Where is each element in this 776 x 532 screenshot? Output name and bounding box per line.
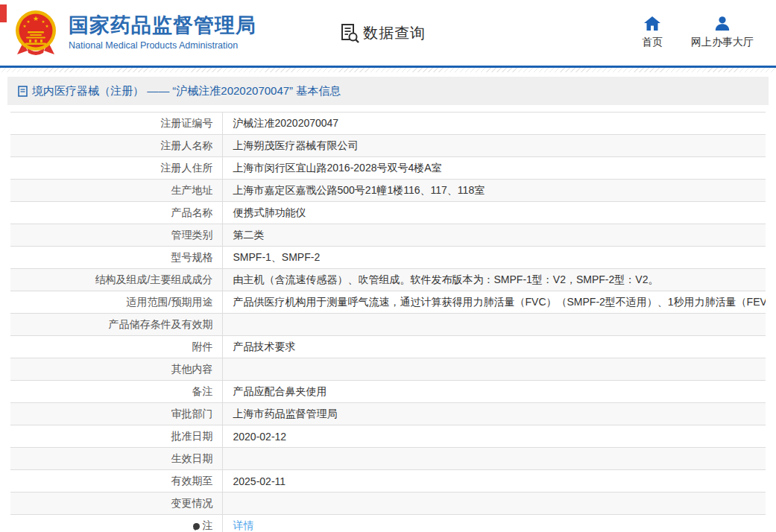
- table-row: 附件产品技术要求: [10, 336, 766, 358]
- table-row: 审批部门上海市药品监督管理局: [10, 403, 766, 425]
- nav-item-label: 首页: [642, 36, 663, 49]
- field-value: 上海市闵行区宜山路2016-2028号双号4楼A室: [222, 157, 766, 180]
- field-label: 产品储存条件及有效期: [10, 314, 222, 336]
- detail-link[interactable]: 详情: [233, 519, 254, 531]
- field-label: 注册人住所: [10, 157, 222, 180]
- field-value: 产品供医疗机构用于测量呼气流速，通过计算获得用力肺活量（FVC）（SMPF-2型…: [222, 291, 766, 314]
- table-row: 结构及组成/主要组成成分由主机（含流速传感器）、吹管组成。软件发布版本为：SMP…: [10, 269, 766, 291]
- agency-name-cn: 国家药品监督管理局: [69, 15, 256, 37]
- agency-name-en: National Medical Products Administration: [69, 40, 256, 51]
- table-row: 生效日期: [10, 448, 766, 470]
- field-label: 注册人名称: [10, 135, 222, 157]
- table-row: 管理类别第二类: [10, 224, 766, 247]
- field-label: 结构及组成/主要组成成分: [10, 269, 222, 291]
- field-label: 注册证编号: [10, 113, 222, 135]
- field-value: 第二类: [222, 224, 766, 247]
- field-label: 附件: [10, 336, 222, 358]
- national-emblem-logo: ★ ★ ★ ★ ★: [13, 8, 58, 59]
- field-value: 产品技术要求: [222, 336, 766, 358]
- table-row: 备注产品应配合鼻夹使用: [10, 381, 766, 403]
- field-label: 生效日期: [10, 448, 222, 470]
- svg-text:★: ★: [27, 19, 31, 24]
- header-nav: 首页 网上办事大厅: [642, 16, 754, 49]
- field-value: 便携式肺功能仪: [222, 202, 766, 224]
- site-header: ★ ★ ★ ★ ★ 国家药品监督管理局 National Medical Pro…: [0, 0, 776, 66]
- svg-text:★: ★: [33, 15, 39, 22]
- table-row: 产品名称便携式肺功能仪: [10, 202, 766, 224]
- field-label: 其他内容: [10, 358, 222, 381]
- red-corner-fragment: [0, 4, 7, 22]
- svg-text:★: ★: [45, 24, 49, 28]
- nav-item-home[interactable]: 首页: [642, 16, 663, 49]
- person-icon: [714, 16, 731, 31]
- field-value: 沪械注准20202070047: [222, 113, 766, 135]
- field-value: 上海市嘉定区嘉戬公路500号21幢1楼116、117、118室: [222, 180, 766, 202]
- nav-item-service-hall[interactable]: 网上办事大厅: [691, 16, 754, 49]
- table-row: 变更情况: [10, 493, 766, 515]
- table-row: 生产地址上海市嘉定区嘉戬公路500号21幢1楼116、117、118室: [10, 180, 766, 202]
- page-title: 境内医疗器械（注册） —— “沪械注准20202070047” 基本信息: [32, 84, 341, 98]
- field-label: 适用范围/预期用途: [10, 291, 222, 314]
- balloon-icon: [193, 523, 200, 530]
- table-row: 注册人名称上海朔茂医疗器械有限公司: [10, 135, 766, 157]
- field-value: 产品应配合鼻夹使用: [222, 381, 766, 403]
- table-row: 适用范围/预期用途产品供医疗机构用于测量呼气流速，通过计算获得用力肺活量（FVC…: [10, 291, 766, 314]
- table-row: 型号规格SMPF-1、SMPF-2: [10, 247, 766, 269]
- page-title-bar: 境内医疗器械（注册） —— “沪械注准20202070047” 基本信息: [7, 77, 769, 105]
- info-table-body: 注册证编号沪械注准20202070047注册人名称上海朔茂医疗器械有限公司注册人…: [10, 113, 766, 532]
- nav-item-label: 网上办事大厅: [691, 36, 754, 49]
- field-value: [222, 314, 766, 336]
- field-value: [222, 448, 766, 470]
- field-label: 管理类别: [10, 224, 222, 247]
- field-value: SMPF-1、SMPF-2: [222, 247, 766, 269]
- table-row: 注册证编号沪械注准20202070047: [10, 113, 766, 135]
- table-row: 批准日期2020-02-12: [10, 425, 766, 448]
- field-value: 2025-02-11: [222, 470, 766, 493]
- field-label: 批准日期: [10, 425, 222, 448]
- field-value: 上海市药品监督管理局: [222, 403, 766, 425]
- field-label: 变更情况: [10, 493, 222, 515]
- data-query-label: 数据查询: [363, 23, 426, 43]
- field-value: 2020-02-12: [222, 425, 766, 448]
- table-row: 产品储存条件及有效期: [10, 314, 766, 336]
- table-row: 其他内容: [10, 358, 766, 381]
- document-icon: [18, 86, 28, 97]
- registration-info-table: 注册证编号沪械注准20202070047注册人名称上海朔茂医疗器械有限公司注册人…: [10, 112, 766, 532]
- field-value: [222, 493, 766, 515]
- hatch-decorative-strip: [0, 68, 776, 72]
- agency-title-block: 国家药品监督管理局 National Medical Products Admi…: [69, 15, 256, 51]
- field-label: 注: [10, 515, 222, 532]
- svg-text:★: ★: [23, 24, 27, 28]
- field-label: 生产地址: [10, 180, 222, 202]
- document-search-icon: [340, 22, 360, 44]
- field-label: 有效期至: [10, 470, 222, 493]
- field-label: 备注: [10, 381, 222, 403]
- field-value: [222, 358, 766, 381]
- field-label: 审批部门: [10, 403, 222, 425]
- table-row: 注册人住所上海市闵行区宜山路2016-2028号双号4楼A室: [10, 157, 766, 180]
- table-row: 注详情: [10, 515, 766, 532]
- field-label: 产品名称: [10, 202, 222, 224]
- data-query-button[interactable]: 数据查询: [340, 22, 426, 44]
- field-value: 详情: [222, 515, 766, 532]
- table-row: 有效期至2025-02-11: [10, 470, 766, 493]
- field-value: 上海朔茂医疗器械有限公司: [222, 135, 766, 157]
- field-label: 型号规格: [10, 247, 222, 269]
- home-icon: [644, 16, 660, 31]
- field-value: 由主机（含流速传感器）、吹管组成。软件发布版本为：SMPF-1型：V2，SMPF…: [222, 269, 766, 291]
